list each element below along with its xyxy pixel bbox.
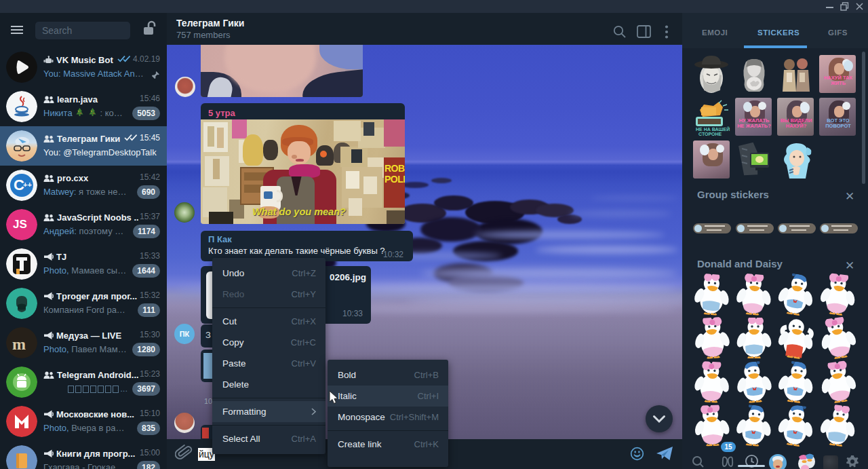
svg-text:НЕ НА ВАШЕЙ: НЕ НА ВАШЕЙ <box>696 126 730 132</box>
svg-text:СТОРОНЕ: СТОРОНЕ <box>698 132 722 136</box>
